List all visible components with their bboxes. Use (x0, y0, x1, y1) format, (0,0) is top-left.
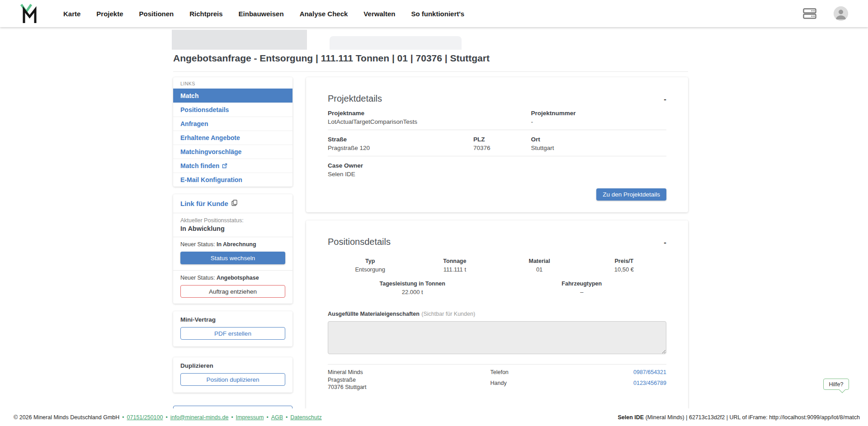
sidebar-item-label: Match finden (180, 162, 219, 169)
sidebar-item-email-konfiguration[interactable]: E-Mail Konfiguration (173, 173, 292, 187)
nav-item-karte[interactable]: Karte (63, 10, 80, 18)
typ-label: Typ (328, 258, 412, 264)
links-panel-header: LINKS (173, 77, 292, 89)
nav-item-verwalten[interactable]: Verwalten (363, 10, 395, 18)
sidebar-item-match-finden[interactable]: Match finden (173, 159, 292, 173)
nav-item-projekte[interactable]: Projekte (96, 10, 123, 18)
projektnummer-value: - (531, 118, 666, 125)
position-fields-row-2: Tagesleistung in Tonnen 22.000 t Fahrzeu… (328, 281, 666, 295)
contact-city: 70376 Stuttgart (328, 384, 491, 391)
current-status-value: In Abwicklung (180, 225, 285, 232)
projektdetails-card: Projektdetails - Projektname LotActualTa… (306, 77, 688, 212)
projektname-value: LotActualTargetComparisonTests (328, 118, 531, 125)
footer-impressum-link[interactable]: Impressum (236, 414, 264, 421)
fahrzeugtypen-value: – (497, 289, 667, 295)
duplizieren-panel: Duplizieren Position duplizieren (173, 357, 292, 393)
separator: • (286, 414, 288, 421)
nav-item-richtpreis[interactable]: Richtpreis (189, 10, 222, 18)
next-status-text: Neuer Status: In Abrechnung (173, 237, 292, 248)
current-status-label: Aktueller Positionsstatus: (180, 217, 285, 224)
next-status-text-2: Neuer Status: Angebotsphase (173, 271, 292, 281)
auftrag-entziehen-button[interactable]: Auftrag entziehen (180, 285, 285, 298)
status-panel: Link für Kunde Aktueller Positionsstatus… (173, 194, 292, 304)
materialeigenschaften-hint: (Sichtbar für Kunden) (421, 311, 475, 317)
pdf-erstellen-button[interactable]: PDF erstellen (180, 327, 285, 340)
position-fields-row-1: Typ Entsorgung Tonnage 111.111 t Materia… (328, 258, 666, 273)
sidebar-item-erhaltene-angebote[interactable]: Erhaltene Angebote (173, 131, 292, 145)
contact-company: Mineral Minds (328, 369, 491, 376)
user-avatar-icon[interactable] (834, 6, 848, 21)
tonnage-label: Tonnage (412, 258, 497, 264)
copy-icon (231, 200, 237, 207)
projektdetails-title: Projektdetails (328, 94, 666, 104)
materialeigenschaften-textarea[interactable] (328, 321, 666, 354)
plz-value: 70376 (473, 145, 531, 151)
separator: • (165, 414, 167, 421)
mineral-minds-logo-icon[interactable] (20, 3, 38, 24)
collapse-icon[interactable]: - (664, 239, 666, 246)
tagesleistung-label: Tagesleistung in Tonnen (328, 281, 497, 287)
customer-link[interactable]: Link für Kunde (173, 194, 292, 213)
footer: © 2026 Mineral Minds Deutschland GmbH • … (0, 408, 868, 426)
nav-item-einbauweisen[interactable]: Einbauweisen (239, 10, 284, 18)
server-icon[interactable] (803, 8, 816, 19)
tagesleistung-value: 22.000 t (328, 289, 497, 295)
next-status-label: Neuer Status: (180, 275, 217, 281)
strasse-value: Pragstraße 120 (328, 145, 473, 151)
nav-item-so-funktionierts[interactable]: So funktioniert's (411, 10, 464, 18)
next-status-value: In Abrechnung (217, 241, 256, 248)
footer-agb-link[interactable]: AGB (271, 414, 283, 421)
contact-street: Pragstraße (328, 376, 491, 384)
sidebar-item-matchingvorschlaege[interactable]: Matchingvorschläge (173, 145, 292, 159)
links-panel: LINKS Match Positionsdetails Anfragen Er… (173, 77, 292, 187)
footer-datenschutz-link[interactable]: Datenschutz (290, 414, 321, 421)
preis-label: Preis/T (582, 258, 666, 264)
materialeigenschaften-label: Ausgefüllte Materialeigenschaften (328, 311, 420, 317)
customer-link-label: Link für Kunde (180, 200, 228, 207)
session-status-text: Selen IDE (Mineral Minds) | 62713c13d2f2… (618, 414, 860, 421)
status-wechseln-button[interactable]: Status wechseln (180, 252, 285, 264)
collapse-icon[interactable]: - (664, 95, 666, 103)
next-status-value: Angebotsphase (217, 275, 259, 281)
nav-item-positionen[interactable]: Positionen (139, 10, 174, 18)
hilfe-button[interactable]: Hilfe? (823, 379, 849, 390)
material-value: 01 (497, 266, 582, 273)
position-duplizieren-button[interactable]: Position duplizieren (180, 373, 285, 386)
contact-section: Mineral Minds Pragstraße 70376 Stuttgart… (328, 364, 666, 391)
session-user: Selen IDE (618, 414, 644, 421)
session-details: (Mineral Minds) | 62713c13d2f2 | URL of … (644, 414, 860, 421)
sidebar-item-positionsdetails[interactable]: Positionsdetails (173, 103, 292, 117)
nav-menu: Karte Projekte Positionen Richtpreis Ein… (63, 10, 464, 18)
separator: • (266, 414, 268, 421)
sidebar-item-anfragen[interactable]: Anfragen (173, 117, 292, 131)
footer-email-link[interactable]: info@mineral-minds.de (170, 414, 229, 421)
tonnage-value: 111.111 t (412, 266, 497, 273)
zu-den-projektdetails-button[interactable]: Zu den Projektdetails (596, 188, 666, 201)
duplizieren-title: Duplizieren (173, 362, 292, 369)
next-status-label: Neuer Status: (180, 241, 217, 248)
footer-phone-link[interactable]: 07151/250100 (127, 414, 163, 421)
sidebar-item-match[interactable]: Match (173, 89, 292, 103)
external-link-icon (222, 163, 227, 169)
fahrzeugtypen-label: Fahrzeugtypen (497, 281, 667, 287)
projekt-row-2: Straße Pragstraße 120 PLZ 70376 Ort Stut… (328, 130, 666, 156)
projektname-label: Projektname (328, 110, 531, 117)
handy-label: Handy (491, 379, 507, 387)
nav-item-analyse-check[interactable]: Analyse Check (300, 10, 348, 18)
top-navigation: Karte Projekte Positionen Richtpreis Ein… (0, 0, 868, 27)
typ-value: Entsorgung (328, 266, 412, 273)
case-owner-value: Selen IDE (328, 171, 473, 178)
mini-vertrag-panel: Mini-Vertrag PDF erstellen (173, 311, 292, 346)
mini-vertrag-title: Mini-Vertrag (173, 316, 292, 323)
positionsdetails-title: Positionsdetails (328, 237, 666, 247)
positionsdetails-card: Positionsdetails - Typ Entsorgung Tonnag… (306, 220, 688, 418)
plz-label: PLZ (473, 136, 531, 143)
projekt-row-3: Case Owner Selen IDE (328, 156, 666, 182)
telefon-link[interactable]: 0987/654321 (633, 369, 666, 376)
handy-link[interactable]: 0123/456789 (633, 379, 666, 387)
case-owner-label: Case Owner (328, 162, 473, 169)
telefon-label: Telefon (491, 369, 509, 376)
separator: • (231, 414, 233, 421)
strasse-label: Straße (328, 136, 473, 143)
projektnummer-label: Projektnummer (531, 110, 666, 117)
